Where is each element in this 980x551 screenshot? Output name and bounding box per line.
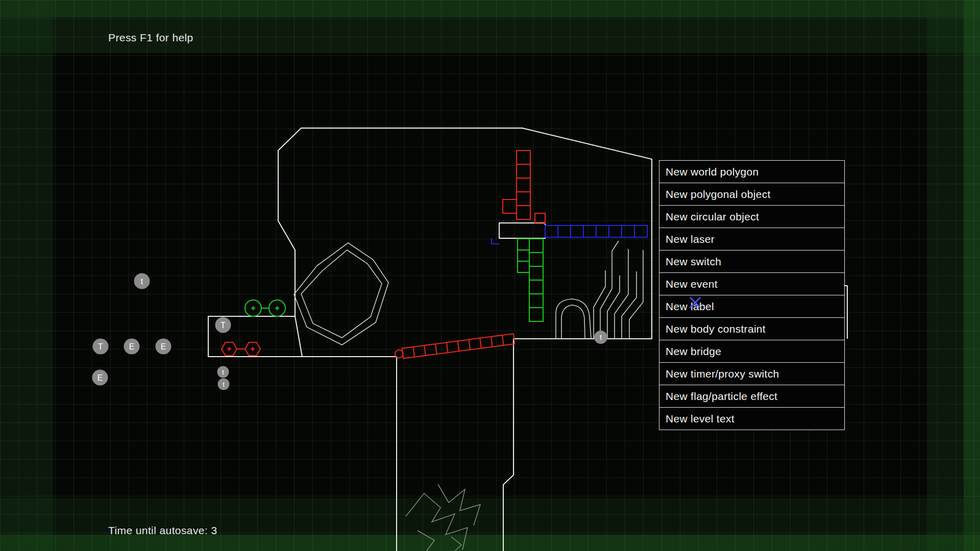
menu-item-new-world-polygon[interactable]: New world polygon [659,160,845,183]
menu-item-new-body-constraint[interactable]: New body constraint [659,317,845,340]
event-marker[interactable]: T [93,339,109,355]
root-lines [594,270,605,339]
green-circle-pair [245,300,285,316]
context-menu: New world polygon New polygonal object N… [659,160,845,430]
marker-letter: E [161,342,166,351]
blue-chain [545,226,647,237]
event-marker[interactable]: t [217,366,229,378]
event-marker[interactable]: E [156,339,172,355]
level-editor: t T T E E E t t t New world polygon New … [0,0,980,551]
menu-item-new-switch[interactable]: New switch [659,250,845,273]
green-box-stack [518,239,543,321]
inner-structure[interactable] [294,241,643,345]
marker-letter: E [97,373,103,382]
menu-item-new-laser[interactable]: New laser [659,228,845,251]
green-objects[interactable] [245,239,543,321]
red-objects[interactable] [222,151,545,360]
menu-item-new-timer-proxy-switch[interactable]: New timer/proxy switch [659,362,845,385]
event-marker[interactable]: t [594,331,607,344]
autosave-countdown-text: Time until autosave: 3 [108,524,217,537]
menu-item-new-level-text[interactable]: New level text [659,407,845,430]
menu-item-new-circular-object[interactable]: New circular object [659,205,845,228]
menu-item-new-flag-particle-effect[interactable]: New flag/particle effect [659,385,845,408]
marker-letter: t [600,333,602,341]
menu-item-new-label[interactable]: New label [659,295,845,318]
help-hint-text: Press F1 for help [108,32,193,44]
event-marker[interactable]: E [92,370,108,386]
menu-item-new-bridge[interactable]: New bridge [659,340,845,363]
debris-wireframe[interactable] [406,484,480,551]
marker-letter: t [223,381,225,388]
marker-letter: T [220,320,226,330]
marker-letter: E [129,342,135,351]
event-marker[interactable]: t [134,273,150,289]
menu-item-new-event[interactable]: New event [659,272,845,295]
marker-letter: t [222,368,224,376]
red-box-stack [503,151,545,223]
event-marker[interactable]: E [124,339,140,355]
marker-letter: T [98,342,103,351]
marker-letter: t [141,277,143,286]
menu-item-new-polygonal-object[interactable]: New polygonal object [659,183,845,206]
event-marker[interactable]: T [215,317,231,333]
blue-objects[interactable] [492,226,647,244]
event-marker[interactable]: t [218,379,230,390]
blue-tick [492,238,499,244]
red-bridge [395,334,515,360]
